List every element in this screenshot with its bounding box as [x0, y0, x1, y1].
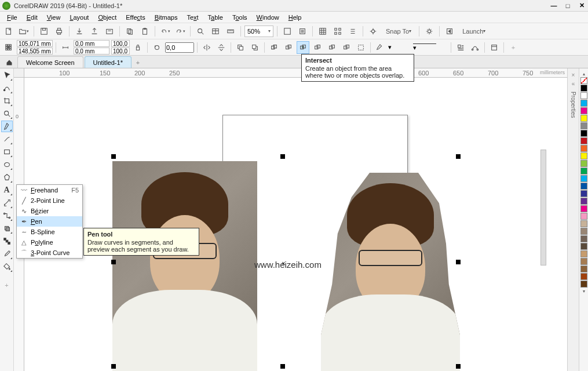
color-swatch[interactable]	[580, 190, 587, 197]
mirror-v-button[interactable]	[215, 41, 228, 54]
color-swatch[interactable]	[580, 273, 587, 280]
color-swatch[interactable]	[580, 243, 587, 250]
polygon-tool[interactable]	[1, 172, 13, 183]
color-swatch[interactable]	[580, 137, 587, 144]
flyout-bspline[interactable]: ∼B-Spline	[17, 227, 82, 237]
menu-window[interactable]: Window	[252, 13, 284, 22]
add-tool-button[interactable]: +	[1, 279, 13, 291]
color-swatch[interactable]	[580, 145, 587, 152]
color-swatch[interactable]	[580, 220, 587, 227]
color-swatch[interactable]	[580, 175, 587, 182]
freehand-tool[interactable]	[1, 121, 13, 132]
palette-scroll-down[interactable]: ▾	[580, 288, 587, 294]
add-preset-button[interactable]: +	[507, 41, 520, 54]
color-swatch[interactable]	[580, 92, 587, 99]
y-position-input[interactable]	[17, 48, 53, 54]
flyout-bezier[interactable]: ∿Bézier	[17, 206, 82, 216]
outline-width-combo[interactable]: ▾	[388, 43, 411, 51]
connector-tool[interactable]	[1, 210, 13, 221]
tab-untitled[interactable]: Untitled-1*	[85, 56, 132, 68]
drop-shadow-tool[interactable]	[1, 223, 13, 234]
publish-button[interactable]	[103, 25, 116, 38]
color-swatch[interactable]	[580, 107, 587, 114]
table-button[interactable]	[209, 25, 222, 38]
export-button[interactable]	[88, 25, 101, 38]
flyout-pen[interactable]: ✒Pen	[17, 216, 82, 227]
mirror-h-button[interactable]	[200, 41, 213, 54]
dock-close-button[interactable]: ×	[572, 72, 575, 78]
scale-x-input[interactable]	[111, 40, 130, 47]
wrap-text-button[interactable]	[454, 41, 467, 54]
zoom-combo[interactable]: 50%▾	[244, 26, 273, 37]
color-swatch[interactable]	[580, 265, 587, 272]
guide-button[interactable]	[331, 25, 344, 38]
rectangle-tool[interactable]	[1, 146, 13, 158]
order-back-button[interactable]	[249, 41, 261, 54]
canvas[interactable]: 100 150 200 250 450 500 550 600 650 700 …	[14, 68, 567, 371]
color-swatch[interactable]	[580, 160, 587, 167]
scale-y-input[interactable]	[111, 48, 130, 54]
image-left[interactable]	[112, 161, 257, 371]
transparency-tool[interactable]	[1, 235, 13, 247]
selection-handle[interactable]	[111, 260, 116, 264]
ellipse-tool[interactable]	[1, 159, 13, 170]
selection-handle[interactable]	[280, 364, 285, 369]
selection-handle[interactable]	[456, 364, 461, 369]
intersect-button[interactable]	[297, 41, 309, 54]
color-swatch[interactable]	[580, 228, 587, 235]
order-front-button[interactable]	[234, 41, 247, 54]
tab-welcome[interactable]: Welcome Screen	[17, 56, 83, 68]
outline-pen-icon[interactable]	[374, 41, 386, 54]
swatch-none[interactable]	[580, 77, 587, 84]
zoom-tool[interactable]	[1, 108, 13, 119]
back-minus-front-button[interactable]	[340, 41, 353, 54]
selection-handle[interactable]	[456, 154, 461, 159]
menu-help[interactable]: Help	[284, 13, 306, 22]
flyout-freehand[interactable]: 〰FreehandF5	[17, 185, 82, 195]
redo-button[interactable]: ▾	[174, 25, 187, 38]
properties-docker-tab[interactable]: Properties	[569, 89, 578, 121]
line-style-combo[interactable]: ▾	[413, 43, 448, 52]
undo-button[interactable]: ▾	[159, 25, 171, 38]
weld-button[interactable]	[268, 41, 280, 54]
open-button[interactable]: ▾	[17, 25, 30, 38]
flyout-polyline[interactable]: △Polyline	[17, 237, 82, 248]
dock-expand-button[interactable]: «	[572, 81, 575, 87]
snap-toggle-button[interactable]	[367, 25, 379, 38]
color-swatch[interactable]	[580, 281, 587, 288]
color-swatch[interactable]	[580, 258, 587, 265]
launch-dropdown[interactable]: Launch ▾	[458, 25, 490, 38]
menu-table[interactable]: Table	[203, 13, 228, 22]
crop-tool[interactable]	[1, 95, 13, 107]
align-button[interactable]	[346, 25, 359, 38]
text-tool[interactable]: A	[1, 184, 13, 196]
color-swatch[interactable]	[580, 198, 587, 205]
import-button[interactable]	[73, 25, 86, 38]
menu-effects[interactable]: Effects	[121, 13, 149, 22]
ruler-origin[interactable]	[14, 68, 24, 78]
home-button[interactable]	[3, 57, 15, 68]
object-origin-icon[interactable]	[2, 41, 15, 54]
color-swatch[interactable]	[580, 100, 587, 107]
vertical-scrollbar[interactable]	[540, 150, 546, 265]
maximize-button[interactable]: □	[564, 2, 572, 10]
menu-edit[interactable]: Edit	[22, 13, 42, 22]
fullscreen-button[interactable]	[281, 25, 294, 38]
color-swatch[interactable]	[580, 205, 587, 212]
selection-center-icon[interactable]: ×	[282, 260, 285, 267]
options-button[interactable]	[423, 25, 436, 38]
menu-bitmaps[interactable]: Bitmaps	[150, 13, 182, 22]
convert-curves-button[interactable]	[469, 41, 481, 54]
simplify-button[interactable]	[311, 41, 324, 54]
flyout-2point-line[interactable]: ╱2-Point Line	[17, 195, 82, 206]
front-minus-back-button[interactable]	[326, 41, 338, 54]
selection-handle[interactable]	[280, 154, 285, 159]
close-button[interactable]: ✕	[578, 2, 586, 10]
selection-handle[interactable]	[111, 364, 116, 369]
grid-button[interactable]	[316, 25, 329, 38]
horizontal-ruler[interactable]: 100 150 200 250 450 500 550 600 650 700 …	[24, 68, 567, 78]
lock-ratio-button[interactable]	[132, 41, 144, 54]
boundary-button[interactable]	[355, 41, 367, 54]
color-swatch[interactable]	[580, 152, 587, 159]
add-tab-button[interactable]: +	[133, 57, 143, 68]
